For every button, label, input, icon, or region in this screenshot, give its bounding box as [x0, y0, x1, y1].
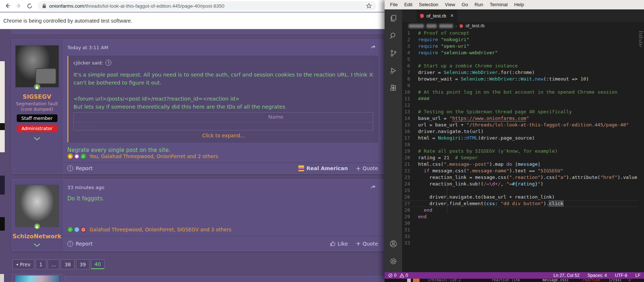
- code-line-3[interactable]: 3require "open-uri": [402, 43, 644, 50]
- post-author-name[interactable]: SIGSEGV: [23, 93, 51, 100]
- extensions-icon[interactable]: [385, 79, 402, 97]
- code-line-15[interactable]: 15url = base_url + "/threads/lol-look-at…: [402, 122, 644, 128]
- chevron-down-icon[interactable]: [33, 243, 41, 247]
- menu-run[interactable]: Run: [471, 2, 486, 7]
- bookmark-star-icon[interactable]: [366, 3, 372, 9]
- code-line-27[interactable]: 27 driver.find_element(css: "dd div butt…: [402, 200, 644, 207]
- report-button[interactable]: ! Report: [67, 241, 92, 247]
- chevron-down-icon[interactable]: [33, 137, 41, 141]
- code-line-30[interactable]: 30: [402, 220, 644, 227]
- menu-selection[interactable]: Selection: [416, 2, 441, 7]
- jump-to-post-icon[interactable]: ↑: [106, 60, 111, 66]
- run-debug-icon[interactable]: [385, 62, 402, 79]
- code-line-18[interactable]: 18: [402, 141, 644, 148]
- code-line-7[interactable]: 7driver = Selenium::WebDriver.for(:chrom…: [402, 69, 644, 76]
- encoding-setting[interactable]: UTF-8: [615, 273, 627, 278]
- code-line-32[interactable]: 32: [402, 233, 644, 240]
- click-to-expand[interactable]: Click to expand...: [73, 130, 373, 139]
- url-bar[interactable]: onionfarms.com/threads/lol-look-at-this-…: [38, 1, 376, 11]
- eol-setting[interactable]: LF: [635, 273, 640, 278]
- code-line-21[interactable]: 21html.css(".message--post").map do |mes…: [402, 161, 644, 168]
- minimap[interactable]: [638, 30, 644, 272]
- code-line-25[interactable]: 25: [402, 187, 644, 194]
- reload-button-icon[interactable]: [24, 1, 35, 11]
- code-line-6[interactable]: 6# Start up a zombie Chrome instance: [402, 63, 644, 69]
- report-icon: !: [67, 241, 73, 247]
- source-control-icon[interactable]: [385, 44, 402, 62]
- breadcrumb-redacted[interactable]: [426, 24, 437, 28]
- avatar[interactable]: [15, 185, 59, 227]
- award-label[interactable]: Real American: [298, 165, 348, 171]
- code-line-5[interactable]: 5: [402, 56, 644, 63]
- back-button-icon[interactable]: [2, 1, 13, 11]
- code-line-13[interactable]: 13# Testing on the Spiderman thread page…: [402, 109, 644, 115]
- code-line-16[interactable]: 16driver.navigate.to(url): [402, 128, 644, 135]
- quote-button[interactable]: + Quote: [356, 240, 378, 247]
- problems-indicator[interactable]: 0 0: [388, 273, 408, 278]
- share-icon[interactable]: [370, 184, 376, 191]
- forward-button-icon[interactable]: [13, 1, 24, 11]
- code-line-24[interactable]: 24 reaction_link.sub!(/=\d+/, "=#{rating…: [402, 181, 644, 187]
- indentation-setting[interactable]: Spaces: 4: [588, 273, 607, 278]
- code-line-19[interactable]: 19# Rate all posts by SIGSEGV (y'know, f…: [402, 148, 644, 154]
- reactions-list[interactable]: Galahad Threepwood, OnionFerret, SIGSEGV…: [90, 227, 231, 232]
- code-line-31[interactable]: 31: [402, 227, 644, 233]
- avatar[interactable]: [15, 45, 59, 87]
- reactions-list[interactable]: You, Galahad Threepwood, OnionFerret and…: [90, 153, 218, 159]
- menu-file[interactable]: File: [387, 2, 401, 7]
- next-post-fragment: [12, 274, 63, 282]
- menu-help[interactable]: Help: [511, 2, 527, 7]
- account-icon[interactable]: [385, 235, 402, 252]
- avatar[interactable]: [15, 275, 59, 282]
- quote-line: But lets say if someone theoretically di…: [73, 103, 373, 111]
- page-button-1[interactable]: 1: [36, 259, 46, 269]
- code-line-23[interactable]: 23 reaction_link = message.css(".reactio…: [402, 174, 644, 181]
- post-author-name[interactable]: SchizoNetwork: [12, 233, 61, 240]
- post-timestamp[interactable]: 33 minutes ago: [67, 185, 104, 190]
- code-line-33[interactable]: 33: [402, 240, 644, 246]
- tab-of-test-rb[interactable]: of_test.rb ✕: [417, 9, 457, 22]
- page-button-40[interactable]: 40: [91, 259, 104, 269]
- code-line-2[interactable]: 2require "nokogiri": [402, 36, 644, 43]
- code-editor[interactable]: 1# Proof of concept2require "nokogiri"3r…: [402, 30, 644, 272]
- menu-edit[interactable]: Edit: [401, 2, 416, 7]
- breadcrumb-file[interactable]: of_test.rb: [466, 23, 485, 28]
- code-line-20[interactable]: 20rating = 21 # Semper: [402, 154, 644, 161]
- menu-terminal[interactable]: Terminal: [486, 2, 511, 7]
- code-line-28[interactable]: 28 end: [402, 207, 644, 214]
- post-timestamp[interactable]: Today at 3:11 AM: [67, 45, 108, 50]
- code-line-17[interactable]: 17html = Nokogiri::HTML(driver.page_sour…: [402, 135, 644, 141]
- menu-go[interactable]: Go: [458, 2, 471, 7]
- code-line-26[interactable]: 26 driver.navigate.to(base_url + reactio…: [402, 194, 644, 200]
- search-icon[interactable]: [385, 27, 402, 44]
- page-button-38[interactable]: 38: [61, 259, 74, 269]
- page-button-39[interactable]: 39: [76, 259, 90, 269]
- page-prev-button[interactable]: ◂Prev: [12, 259, 34, 269]
- breadcrumb-redacted[interactable]: [409, 24, 424, 28]
- cursor-position[interactable]: Ln 27, Col 52: [553, 273, 579, 278]
- settings-gear-icon[interactable]: [385, 252, 402, 270]
- menu-view[interactable]: View: [442, 2, 458, 7]
- terminal-text-fragment: irb(main):110:2: [428, 279, 461, 282]
- code-line-14[interactable]: 14base_url = "https://www.onionfarms.com…: [402, 115, 644, 122]
- tab-close-icon[interactable]: ✕: [450, 13, 454, 18]
- share-icon[interactable]: [370, 44, 376, 51]
- code-line-1[interactable]: 1# Proof of concept: [402, 30, 644, 36]
- page-button-...[interactable]: ...: [48, 259, 60, 269]
- explorer-icon[interactable]: [385, 9, 402, 27]
- report-button[interactable]: ! Report: [67, 165, 92, 171]
- quote-attribution[interactable]: cjöcker said:: [73, 60, 103, 66]
- like-button[interactable]: Like: [330, 241, 348, 247]
- code-line-8[interactable]: 8browser_wait = Selenium::WebDriver::Wai…: [402, 76, 644, 82]
- line-number: 20: [402, 154, 418, 161]
- terminal-text-fragment: 'a': [626, 279, 633, 282]
- code-line-22[interactable]: 22 if message.css(".message-name").text …: [402, 168, 644, 174]
- quote-button[interactable]: + Quote: [356, 165, 378, 172]
- code-line-11[interactable]: 11####: [402, 95, 644, 102]
- code-line-10[interactable]: 10# At this point log in on the bot acco…: [402, 89, 644, 95]
- code-line-9[interactable]: 9: [402, 82, 644, 89]
- breadcrumb-redacted[interactable]: [439, 24, 453, 28]
- code-line-4[interactable]: 4require "selenium-webdriver": [402, 50, 644, 56]
- code-line-12[interactable]: 12: [402, 102, 644, 109]
- code-line-29[interactable]: 29end: [402, 214, 644, 220]
